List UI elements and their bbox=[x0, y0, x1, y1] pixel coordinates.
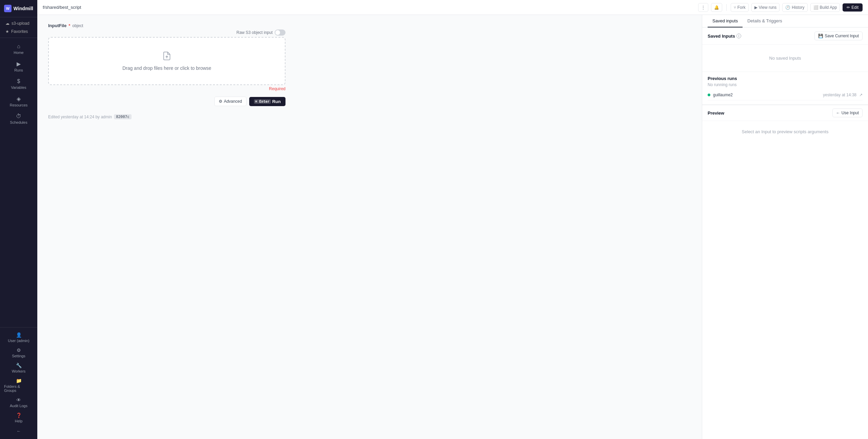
sidebar-item-variables[interactable]: $ Variables bbox=[3, 76, 35, 92]
sidebar-item-schedules[interactable]: ⏱ Schedules bbox=[3, 111, 35, 127]
no-saved-inputs: No saved Inputs bbox=[702, 45, 868, 72]
field-required-star: * bbox=[68, 23, 70, 28]
right-panel-tabs: Saved inputs Details & Triggers bbox=[702, 15, 868, 27]
saved-inputs-title: Saved Inputs i bbox=[708, 34, 741, 39]
no-saved-text: No saved Inputs bbox=[769, 56, 801, 61]
home-icon: ⌂ bbox=[17, 43, 20, 49]
run-user: guillaume2 bbox=[713, 93, 820, 97]
previous-runs-section: Previous runs No running runs guillaume2… bbox=[702, 72, 868, 104]
sidebar-item-user[interactable]: 👤 User (admin) bbox=[3, 330, 35, 345]
action-row: ⚙ Advanced ⌘ Enter Run bbox=[48, 97, 285, 106]
sidebar-favorites-label: Favorites bbox=[11, 29, 28, 34]
view-runs-button[interactable]: ▶ View runs bbox=[751, 3, 780, 12]
run-button[interactable]: ⌘ Enter Run bbox=[249, 97, 285, 106]
schedules-icon: ⏱ bbox=[16, 113, 21, 119]
run-item[interactable]: guillaume2 yesterday at 14:38 ↗ bbox=[708, 90, 863, 100]
history-icon: 🕐 bbox=[785, 5, 790, 10]
topbar: f/shared/best_script ⋮ 🔔 ⑂ Fork ▶ View r… bbox=[37, 0, 868, 15]
use-input-button[interactable]: ← Use Input bbox=[832, 108, 863, 117]
use-input-label: Use Input bbox=[842, 111, 859, 115]
tab-details-triggers[interactable]: Details & Triggers bbox=[743, 15, 787, 27]
sidebar-settings-label: Settings bbox=[12, 354, 25, 358]
sidebar-special-section: ☁ s3-upload ★ Favorites bbox=[0, 17, 37, 38]
field-label: InputFile* object bbox=[48, 23, 285, 28]
settings-icon: ⚙ bbox=[17, 347, 21, 353]
sidebar-help-label: Help bbox=[15, 419, 23, 423]
input-section: InputFile* object Raw S3 object input bbox=[48, 23, 285, 119]
divider bbox=[726, 4, 727, 11]
build-app-label: Build App bbox=[820, 5, 837, 10]
bell-icon: 🔔 bbox=[714, 5, 719, 10]
workers-icon: 🔧 bbox=[16, 363, 22, 368]
advanced-label: Advanced bbox=[224, 99, 242, 104]
sidebar-item-audit-logs[interactable]: 👁 Audit Logs bbox=[3, 395, 35, 410]
back-button[interactable]: ← bbox=[3, 426, 35, 436]
history-label: History bbox=[792, 5, 804, 10]
tab-details-triggers-label: Details & Triggers bbox=[747, 18, 782, 23]
tab-saved-inputs-label: Saved inputs bbox=[712, 18, 738, 23]
sidebar-nav: ⌂ Home ▶ Runs $ Variables ◈ Resources ⏱ … bbox=[0, 38, 37, 327]
sidebar-item-help[interactable]: ❓ Help bbox=[3, 411, 35, 425]
save-current-input-button[interactable]: 💾 Save Current Input bbox=[814, 32, 863, 40]
sidebar-item-workers[interactable]: 🔧 Workers bbox=[3, 361, 35, 375]
sidebar-item-settings[interactable]: ⚙ Settings bbox=[3, 345, 35, 360]
required-label: Required bbox=[269, 86, 285, 91]
advanced-button[interactable]: ⚙ Advanced bbox=[214, 97, 246, 106]
breadcrumb: f/shared/best_script bbox=[43, 5, 81, 10]
cloud-icon: ☁ bbox=[5, 21, 9, 26]
tab-saved-inputs[interactable]: Saved inputs bbox=[708, 15, 743, 27]
help-icon: ❓ bbox=[16, 413, 22, 418]
fork-label: Fork bbox=[737, 5, 746, 10]
info-icon[interactable]: i bbox=[736, 34, 741, 38]
sidebar-folders-label: Folders & Groups bbox=[4, 384, 33, 393]
dropzone[interactable]: Drag and drop files here or click to bro… bbox=[48, 37, 285, 85]
topbar-actions: ⋮ 🔔 ⑂ Fork ▶ View runs 🕐 History ⬜ Build… bbox=[698, 3, 863, 12]
fork-button[interactable]: ⑂ Fork bbox=[731, 3, 749, 12]
variables-icon: $ bbox=[17, 78, 20, 84]
content-area: InputFile* object Raw S3 object input bbox=[37, 15, 868, 439]
folders-icon: 📁 bbox=[16, 378, 22, 383]
edit-info-text: Edited yesterday at 14:24 by admin bbox=[48, 115, 112, 119]
saved-inputs-header: Saved Inputs i 💾 Save Current Input bbox=[702, 27, 868, 45]
bell-button[interactable]: 🔔 bbox=[711, 3, 722, 12]
preview-body: Select an Input to preview scripts argum… bbox=[702, 121, 868, 142]
field-type: object bbox=[72, 23, 83, 28]
sidebar-item-resources[interactable]: ◈ Resources bbox=[3, 93, 35, 110]
run-time: yesterday at 14:38 bbox=[823, 93, 856, 97]
preview-empty-text: Select an Input to preview scripts argum… bbox=[742, 129, 829, 134]
upload-file-icon bbox=[162, 51, 172, 63]
saved-inputs-label: Saved Inputs bbox=[708, 34, 735, 39]
sidebar-item-runs[interactable]: ▶ Runs bbox=[3, 58, 35, 75]
main-wrapper: f/shared/best_script ⋮ 🔔 ⑂ Fork ▶ View r… bbox=[37, 0, 868, 439]
use-input-arrow-icon: ← bbox=[836, 111, 840, 115]
no-running-runs: No running runs bbox=[708, 82, 863, 87]
fork-icon: ⑂ bbox=[734, 5, 736, 10]
runs-icon: ▶ bbox=[17, 61, 21, 67]
raw-s3-toggle[interactable] bbox=[275, 29, 285, 36]
view-runs-label: View runs bbox=[759, 5, 776, 10]
edit-info: Edited yesterday at 14:24 by admin 82007… bbox=[48, 114, 285, 119]
build-app-button[interactable]: ⬜ Build App bbox=[810, 3, 840, 12]
edit-label: Edit bbox=[851, 5, 859, 10]
run-status-dot bbox=[708, 94, 710, 96]
edit-button[interactable]: ✏ Edit bbox=[843, 3, 863, 12]
save-current-input-label: Save Current Input bbox=[825, 34, 859, 38]
app-logo[interactable]: W Windmill bbox=[0, 0, 37, 17]
sidebar-workers-label: Workers bbox=[12, 369, 26, 373]
save-icon: 💾 bbox=[818, 34, 823, 38]
sidebar-bottom: 👤 User (admin) ⚙ Settings 🔧 Workers 📁 Fo… bbox=[0, 327, 37, 439]
sidebar-item-runs-label: Runs bbox=[14, 68, 23, 72]
more-button[interactable]: ⋮ bbox=[698, 3, 708, 12]
sidebar-audit-label: Audit Logs bbox=[10, 404, 27, 408]
run-external-link-icon[interactable]: ↗ bbox=[859, 93, 863, 97]
sidebar-special-label: s3-upload bbox=[12, 21, 29, 26]
field-name: InputFile bbox=[48, 23, 66, 28]
dropzone-text: Drag and drop files here or click to bro… bbox=[122, 65, 211, 71]
history-button[interactable]: 🕐 History bbox=[782, 3, 807, 12]
sidebar-item-folders-groups[interactable]: 📁 Folders & Groups bbox=[3, 376, 35, 395]
right-panel-body: Saved Inputs i 💾 Save Current Input No s… bbox=[702, 27, 868, 439]
sidebar-item-favorites[interactable]: ★ Favorites bbox=[3, 27, 35, 36]
sidebar-item-s3upload[interactable]: ☁ s3-upload bbox=[3, 19, 35, 27]
sidebar-item-home[interactable]: ⌂ Home bbox=[3, 41, 35, 57]
audit-icon: 👁 bbox=[16, 397, 21, 403]
